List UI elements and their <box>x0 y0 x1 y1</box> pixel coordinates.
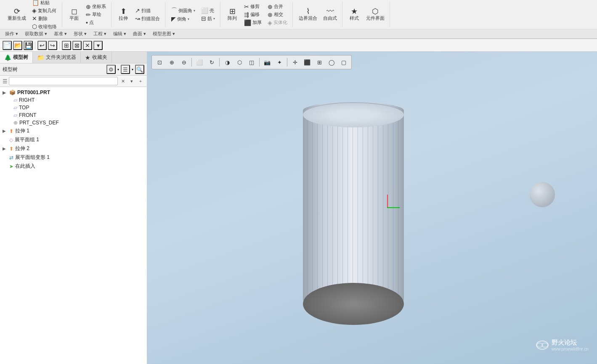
btn-grid[interactable]: ⊞ <box>62 41 71 50</box>
panel-view-arrow[interactable]: ▾ <box>132 68 133 71</box>
btn-intersect[interactable]: ⊗ 相交 <box>266 11 289 18</box>
btn-boundary-blend[interactable]: ⌇ 边界混合 <box>297 7 319 22</box>
btn-extrude[interactable]: ⬆ 拉伸 <box>116 7 131 22</box>
tree-item-front[interactable]: ▱ FRONT <box>0 111 147 119</box>
panel-toolbar: 模型树 ⚙ ▾ ☰ ▾ 🔍 <box>0 63 147 76</box>
model-tree[interactable]: ▶ 📦 PRT0001.PRT ▱ RIGHT ▱ TOP ▱ FRONT <box>0 87 147 364</box>
vp-btn-box-zoom[interactable]: ⬜ <box>194 57 205 68</box>
btn-coordinate[interactable]: ⊕ 坐标系 <box>84 3 108 11</box>
btn-regenerate[interactable]: ⟳ 重新生成 <box>6 7 28 22</box>
btn-copy-geo[interactable]: ◈ 复制几何 <box>30 7 58 14</box>
btn-new[interactable]: 📄 <box>3 41 12 50</box>
btn-delete[interactable]: ✕ 删除 <box>30 15 58 22</box>
ribbon-label-engineering[interactable]: 工程 ▾ <box>91 31 109 37</box>
round-dropdown[interactable]: ▾ <box>194 9 195 13</box>
btn-more[interactable]: ▾ <box>93 41 103 50</box>
tab-file-browser[interactable]: 📁 文件夹浏览器 <box>33 52 81 63</box>
filter-bar: ☰ ✕ ▾ + <box>0 76 147 87</box>
tree-item-extrude2[interactable]: ▶ ⬆ 拉伸 2 <box>0 144 147 153</box>
btn-switch[interactable]: ⊠ <box>72 41 82 50</box>
btn-solidify[interactable]: ◈ 实体化 <box>266 19 289 26</box>
btn-round[interactable]: ⌒ 倒圆角 ▾ <box>170 6 197 15</box>
vp-btn-orientation[interactable]: ✛ <box>289 57 300 68</box>
tree-item-root[interactable]: ▶ 📦 PRT0001.PRT <box>0 89 147 96</box>
ribbon-label-model-intent[interactable]: 模型意图 ▾ <box>150 31 178 37</box>
vp-btn-light[interactable]: ◯ <box>326 57 337 68</box>
tree-expand-extrude2[interactable]: ▶ <box>3 146 8 151</box>
tree-item-insert-here[interactable]: ➤ 在此插入 <box>0 162 147 171</box>
viewport[interactable]: ⊡ ⊕ ⊖ ⬜ ↻ ◑ ⬡ ◫ 📷 ✦ ✛ ⬛ ⊞ ◯ ▢ <box>147 52 597 364</box>
filter-clear-btn[interactable]: ✕ <box>119 77 127 85</box>
vp-btn-wireframe[interactable]: ⬡ <box>234 57 245 68</box>
btn-close[interactable]: ✕ <box>83 41 92 50</box>
tree-expand-root[interactable]: ▶ <box>3 90 8 95</box>
btn-trim[interactable]: ✂ 修剪 <box>242 3 263 11</box>
3d-model <box>299 102 408 325</box>
vp-btn-hidden[interactable]: ◫ <box>246 57 257 68</box>
tree-item-unfold-group1[interactable]: ◇ 展平面组 1 <box>0 135 147 144</box>
btn-paste[interactable]: 📋 粘贴 <box>30 0 58 6</box>
btn-sweep[interactable]: ↗ 扫描 <box>133 7 162 14</box>
watermark-url: www.proewildfire.cn <box>552 347 589 351</box>
btn-offset[interactable]: ⇶ 偏移 <box>242 11 263 18</box>
filter-input[interactable] <box>9 77 118 85</box>
vp-btn-perspective[interactable]: ⬛ <box>302 57 313 68</box>
ribbon-label-getdata[interactable]: 获取数据 ▾ <box>22 31 50 37</box>
btn-rib[interactable]: ⊟ 筋 ▾ <box>199 15 217 22</box>
filter-add-btn[interactable]: + <box>137 77 144 85</box>
tree-item-right[interactable]: ▱ RIGHT <box>0 96 147 104</box>
btn-chamfer[interactable]: ◤ 倒角 ▾ <box>170 15 197 23</box>
ribbon-label-edit[interactable]: 编辑 ▾ <box>111 31 129 37</box>
tree-item-unfold-deform1[interactable]: ⇄ 展平面组变形 1 <box>0 153 147 162</box>
ribbon-label-datum[interactable]: 基准 ▾ <box>51 31 69 37</box>
vert-line <box>332 115 333 295</box>
btn-regenerate-label: 重新生成 <box>8 15 26 21</box>
btn-point[interactable]: • 点 <box>84 19 108 26</box>
tree-item-extrude1[interactable]: ▶ ⬆ 拉伸 1 <box>0 127 147 135</box>
ribbon-label-shape[interactable]: 形状 ▾ <box>71 31 89 37</box>
btn-panel-settings[interactable]: ⚙ <box>106 65 116 74</box>
vp-btn-screenshot[interactable]: 📷 <box>262 57 273 68</box>
vp-btn-shading[interactable]: ◑ <box>222 57 233 68</box>
btn-redo[interactable]: ↪ <box>48 41 57 50</box>
filter-dropdown-btn[interactable]: ▾ <box>128 77 135 85</box>
btn-panel-view[interactable]: ☰ <box>121 65 130 74</box>
tab-model-tree[interactable]: 🌲 模型树 <box>0 52 33 63</box>
btn-plane[interactable]: ◻ 平面 <box>66 7 82 22</box>
btn-pattern[interactable]: ⊞ 阵列 <box>225 7 240 22</box>
tree-item-prt-csys[interactable]: ⊕ PRT_CSYS_DEF <box>0 119 147 127</box>
btn-merge[interactable]: ⊕ 合并 <box>266 3 289 11</box>
ribbon-label-operate[interactable]: 操作 ▾ <box>3 31 21 37</box>
chamfer-dropdown[interactable]: ▾ <box>188 17 189 21</box>
btn-freestyle[interactable]: 〰 自由式 <box>321 7 339 22</box>
tab-favorites[interactable]: ★ 收藏夹 <box>81 52 112 63</box>
btn-panel-search[interactable]: 🔍 <box>135 65 144 74</box>
panel-settings-arrow[interactable]: ▾ <box>117 68 119 71</box>
merge-icon: ⊕ <box>268 3 273 10</box>
cylinder-top <box>303 102 404 127</box>
btn-undo[interactable]: ↩ <box>37 41 47 50</box>
tree-item-top[interactable]: ▱ TOP <box>0 104 147 111</box>
btn-open[interactable]: 📂 <box>13 41 22 50</box>
btn-component-interface[interactable]: ⬡ 元件界面 <box>364 7 386 22</box>
vp-btn-display-style[interactable]: ⊞ <box>314 57 325 68</box>
vp-btn-zoom-fit[interactable]: ⊡ <box>154 57 165 68</box>
tree-label-right: RIGHT <box>19 97 34 103</box>
btn-shrinkwrap[interactable]: ⬡ 收缩包络 <box>30 23 58 29</box>
vp-btn-zoom-in[interactable]: ⊕ <box>166 57 177 68</box>
vp-btn-render[interactable]: ✦ <box>274 57 285 68</box>
btn-sketch[interactable]: ✏ 草绘 <box>84 11 108 18</box>
vp-btn-zoom-out[interactable]: ⊖ <box>178 57 189 68</box>
btn-style[interactable]: ★ 样式 <box>347 7 362 22</box>
vp-btn-spin[interactable]: ↻ <box>206 57 217 68</box>
vert-line <box>317 115 318 295</box>
ribbon-label-surface[interactable]: 曲面 ▾ <box>130 31 149 37</box>
tree-expand-extrude1[interactable]: ▶ <box>3 129 8 133</box>
rib-icon: ⊟ <box>201 15 206 22</box>
rib-dropdown[interactable]: ▾ <box>213 17 215 21</box>
btn-sweep-blend[interactable]: ↝ 扫描混合 <box>133 15 162 22</box>
btn-thicken[interactable]: ⬛ 加厚 <box>242 19 263 26</box>
btn-save[interactable]: 💾 <box>24 41 33 50</box>
btn-shell[interactable]: ⬜ 壳 <box>199 7 217 14</box>
vp-btn-blank[interactable]: ▢ <box>338 57 349 68</box>
